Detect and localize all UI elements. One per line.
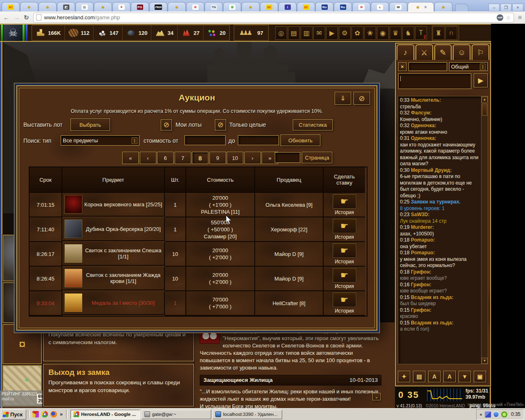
browser-tab[interactable]: 1С [297,2,315,11]
ink-button[interactable]: ✦ [398,371,410,382]
refresh-button[interactable]: Обновить [281,135,320,146]
browser-tab[interactable]: 1С [2,2,20,11]
shield-tray-icon[interactable] [493,411,499,418]
close-button[interactable]: × [512,4,523,11]
frame2-button[interactable]: ▥ [301,26,313,40]
scroll-up-icon[interactable]: ▲ [482,96,488,103]
tab-battles[interactable]: ⚔ [415,44,433,60]
antivirus-tray-icon[interactable] [501,411,507,418]
coin-button[interactable]: ◉ [377,26,389,40]
browser-tab[interactable]: i [278,2,297,11]
scroll-down-icon[interactable]: ▼ [482,358,488,364]
scroll-log-button[interactable]: ▤ [413,371,425,382]
new-tab-button[interactable] [455,4,468,11]
browser-tab[interactable]: 1С [260,2,278,11]
browser-tab[interactable]: PG [131,2,149,11]
quick-launch-overflow-icon[interactable]: » [60,411,63,417]
browser-tab[interactable]: Ru [315,2,333,11]
exit-title[interactable]: Выход из замка [48,368,189,376]
channel-spinner-icon[interactable]: ▲▼ [480,64,486,70]
page-button[interactable]: › [244,152,261,164]
tray-collapse-icon[interactable]: « [480,412,482,417]
gear-button[interactable]: ⚙ [339,26,351,40]
price-to-input[interactable] [238,135,279,145]
helmet-button[interactable]: ♜ [433,26,445,40]
browser-tab[interactable]: ▤ [75,2,94,11]
wreath-button[interactable]: ✿ [352,26,363,40]
page-button[interactable]: 10 [227,152,243,164]
browser-tab[interactable]: ◩ [57,2,75,11]
mount-button[interactable]: ♞ [402,26,414,40]
browser-tab[interactable]: ◉ [242,2,260,11]
chrome-icon[interactable] [41,411,48,418]
tab-horn[interactable]: ♪ [397,44,414,60]
item-icon[interactable] [64,293,82,312]
gate-button[interactable]: ∩ [445,26,457,40]
exit-panel[interactable]: Выход из замка Прогуливаемся в поисках с… [43,364,194,406]
history-link[interactable]: История [335,308,354,314]
collapse-button[interactable]: ▼ [459,371,471,382]
chat-clear-button[interactable]: × [398,62,406,71]
news-scroll-down-button[interactable]: ⌄ [372,393,381,400]
browser-tab-active[interactable]: ◉ × [408,2,434,11]
browser-tab[interactable]: ◉ [434,2,452,11]
page-button[interactable]: 9 [210,152,226,164]
mail-button[interactable]: ▶ [326,26,338,40]
tournament-button[interactable]: T 2 [415,26,427,40]
item-name[interactable]: Дубина Орка-берсерка [20/20] [82,226,164,232]
tab-weathervane[interactable]: ⚐ [472,44,489,60]
item-icon[interactable] [64,195,82,214]
item-icon[interactable] [64,244,82,263]
network-tray-icon[interactable] [485,411,491,418]
item-name[interactable]: Корона верховного мага [25/25] [82,201,164,208]
sort-button[interactable]: ⇓ [335,92,351,105]
page-button[interactable]: 6 [157,152,173,164]
price-from-input[interactable] [185,135,226,145]
scroll-button[interactable]: ✉ [313,26,325,40]
browser-menu-icon[interactable]: ≡ [518,14,522,21]
bid-button[interactable]: ☛ [333,219,356,233]
page-button[interactable]: 7 [175,152,191,164]
bookmark-star-icon[interactable]: ☆ [506,14,511,21]
whole-only-toggle[interactable]: ⊘ [215,119,226,130]
browser-tab[interactable]: ✦ [112,2,130,11]
browser-tab[interactable]: ◉ [168,2,186,11]
item-name[interactable]: Медаль за I место [30/30] [82,300,164,306]
browser-tab[interactable]: ◉ [94,2,112,11]
coins-button[interactable]: ◎ [275,26,287,40]
task-button[interactable]: HeroesLAND - Google ... [71,410,140,419]
screen-button[interactable]: ▣ [474,371,486,382]
item-type-select[interactable]: Все предметы ▲▼ [61,135,139,146]
chat-scrollbar[interactable]: ▲ ▼ [481,96,488,364]
browser-tab[interactable]: TN [205,2,223,11]
page-number-input[interactable] [275,152,300,163]
item-name[interactable]: Свиток с заклинанием Жажда крови [1/1] [82,272,164,284]
reload-icon[interactable]: ↻ [24,14,29,21]
plant-button[interactable]: ❀ [364,26,376,40]
browser-tab[interactable]: ЛКИ [149,2,167,11]
hero-portrait[interactable]: ☠ [1,25,28,41]
select-spinner-icon[interactable]: ▲▼ [132,137,137,144]
stats-button[interactable]: Статистика [293,119,333,130]
browser-tab[interactable]: ◉ [20,2,38,11]
bid-button[interactable]: ☛ [333,268,356,283]
restore-button[interactable]: ❐ [500,4,511,11]
close-auction-button[interactable]: ⊘ [354,92,370,105]
browser-tab[interactable]: Я [352,2,370,11]
channel-select[interactable]: Общий ▲▼ [449,62,488,71]
task-button[interactable]: gate@gw:~ [142,410,211,419]
bid-button[interactable]: ☛ [333,292,356,307]
item-icon[interactable] [64,219,82,238]
chat-message-input[interactable] [398,73,471,89]
forward-icon[interactable]: → [14,14,20,21]
tab-notes[interactable]: ✎ [434,44,452,60]
browser-tab[interactable]: ◉ [39,2,57,11]
browser-tab[interactable]: Ru [334,2,352,11]
send-button[interactable]: ▶ [474,73,488,87]
bid-button[interactable]: ☛ [333,243,356,258]
firefox-icon[interactable] [50,411,57,418]
tab-masks[interactable]: ☺ [453,44,470,60]
item-name[interactable]: Свиток с заклинанием Спешка [1/1] [82,247,164,260]
tab-close-icon[interactable]: × [424,5,427,9]
choose-button[interactable]: Выбрать [71,119,110,131]
